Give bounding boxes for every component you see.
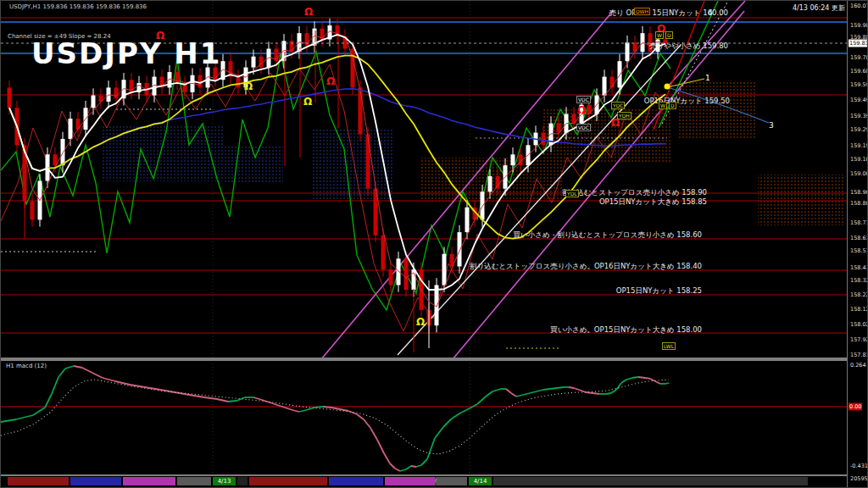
price-axis-label: 158.025 xyxy=(850,321,868,328)
candle xyxy=(366,134,370,188)
price-axis-label: 157.830 xyxy=(850,352,868,358)
macd-line xyxy=(364,419,370,428)
session-segment xyxy=(123,477,175,485)
macd-line xyxy=(1,419,16,422)
macd-line xyxy=(537,390,543,391)
candle xyxy=(31,201,35,219)
macd-line xyxy=(506,389,511,393)
candle xyxy=(252,57,256,68)
macd-line xyxy=(74,366,82,368)
pivot-tag-vdc: VDC xyxy=(576,96,591,103)
buy-omega-icon: Ω xyxy=(416,316,425,328)
macd-line xyxy=(452,413,461,419)
trendline-number-label: 1 xyxy=(705,74,710,82)
candle xyxy=(259,57,264,68)
pivot-tag-d: D xyxy=(669,102,676,109)
candle xyxy=(404,258,409,290)
macd-line xyxy=(323,407,331,408)
macd-line xyxy=(421,459,427,465)
bottom-separator[interactable] xyxy=(1,474,868,476)
pivot-tag-ydl: YDL xyxy=(565,190,579,197)
macd-line xyxy=(103,378,115,381)
macd-line xyxy=(638,377,645,378)
op-level-annotation: 買い小さめ。OP15日NYカット大きめ 158.00 xyxy=(550,325,702,336)
macd-line xyxy=(115,381,130,385)
session-segment xyxy=(249,477,327,485)
price-axis-label: 159.100 xyxy=(850,156,868,163)
chart-canvas[interactable]: ΩΩΩΩΩΩΩΩΩ134 xyxy=(1,1,868,488)
macd-line xyxy=(160,390,175,392)
convergence-dot xyxy=(665,84,670,90)
macd-line xyxy=(299,410,306,412)
candle xyxy=(381,236,386,269)
pivot-tag-w: W xyxy=(659,102,667,109)
session-segment xyxy=(237,477,248,485)
price-axis-label: 159.685 xyxy=(850,68,868,75)
price-axis-label: 158.125 xyxy=(850,306,868,313)
panel-separator[interactable] xyxy=(1,358,868,361)
ichimoku-cloud-patch xyxy=(313,130,393,199)
symbol-ohlc-readout: USDJPY,H1 159.836 159.836 159.836 159.83… xyxy=(9,3,147,10)
sell-omega-icon: Ω xyxy=(304,6,313,18)
sell-omega-icon: Ω xyxy=(326,75,335,87)
candle xyxy=(236,77,241,88)
macd-line xyxy=(621,380,626,383)
op-level-annotation: OP16日NYカット 159.50 xyxy=(644,97,730,107)
candle xyxy=(359,87,363,134)
watermark: USDJPY H1 xyxy=(31,36,221,70)
session-segment xyxy=(385,477,435,485)
macd-axis-label: 0.264 xyxy=(850,362,866,369)
macd-line xyxy=(523,393,530,395)
macd-line xyxy=(292,410,299,412)
macd-line xyxy=(92,373,103,378)
macd-line xyxy=(406,466,411,469)
current-price-badge: 159.836 xyxy=(849,40,868,47)
macd-line xyxy=(516,395,523,396)
price-axis-label: 158.905 xyxy=(850,189,868,196)
macd-zero-badge: 0.00 xyxy=(849,403,862,411)
macd-line xyxy=(340,409,348,411)
macd-line xyxy=(82,368,92,373)
candle xyxy=(69,119,73,139)
macd-line xyxy=(130,385,145,387)
pivot-tag-ydc: YDC xyxy=(611,102,625,109)
price-axis-label: 158.515 xyxy=(850,247,868,254)
op-level-annotation: 売り OP13・15日NYカット 160.00 xyxy=(609,8,728,19)
macd-line xyxy=(377,440,384,453)
macd-line xyxy=(145,387,160,390)
session-segment xyxy=(70,477,121,485)
macd-line xyxy=(579,390,586,392)
session-segment xyxy=(8,477,69,485)
macd-line xyxy=(228,401,236,402)
macd-line xyxy=(586,392,593,393)
macd-line xyxy=(348,411,357,414)
candle xyxy=(511,154,515,165)
op-level-annotation: OP15日NYカット 158.25 xyxy=(616,286,702,297)
macd-line xyxy=(632,377,638,378)
macd-line xyxy=(435,427,443,438)
candle xyxy=(76,119,81,130)
macd-line xyxy=(593,393,599,394)
macd-line xyxy=(33,408,45,415)
macd-line xyxy=(253,397,262,400)
pivot-tag-vdc: VDC xyxy=(576,124,591,131)
macd-line xyxy=(655,381,660,384)
macd-line xyxy=(557,387,564,388)
price-axis-label: 159.295 xyxy=(850,126,868,133)
macd-line xyxy=(384,453,390,463)
candle xyxy=(618,61,622,87)
price-axis[interactable]: 160.075159.980159.880159.785159.685159.5… xyxy=(847,1,868,488)
macd-line xyxy=(331,408,340,409)
price-axis-label: 159.490 xyxy=(850,97,868,103)
candle xyxy=(465,208,470,232)
pivot-tag-d: D xyxy=(665,31,673,39)
candle xyxy=(92,96,96,108)
op-level-annotation: OP15日NYカット大きめ 158.85 xyxy=(599,197,707,208)
macd-line xyxy=(443,419,452,427)
macd-line xyxy=(262,400,272,403)
macd-line xyxy=(45,394,52,408)
candle xyxy=(8,87,12,108)
macd-indicator-label: H1 macd (12) xyxy=(6,363,47,369)
macd-line xyxy=(574,388,579,390)
price-axis-label: 160.075 xyxy=(850,3,868,9)
